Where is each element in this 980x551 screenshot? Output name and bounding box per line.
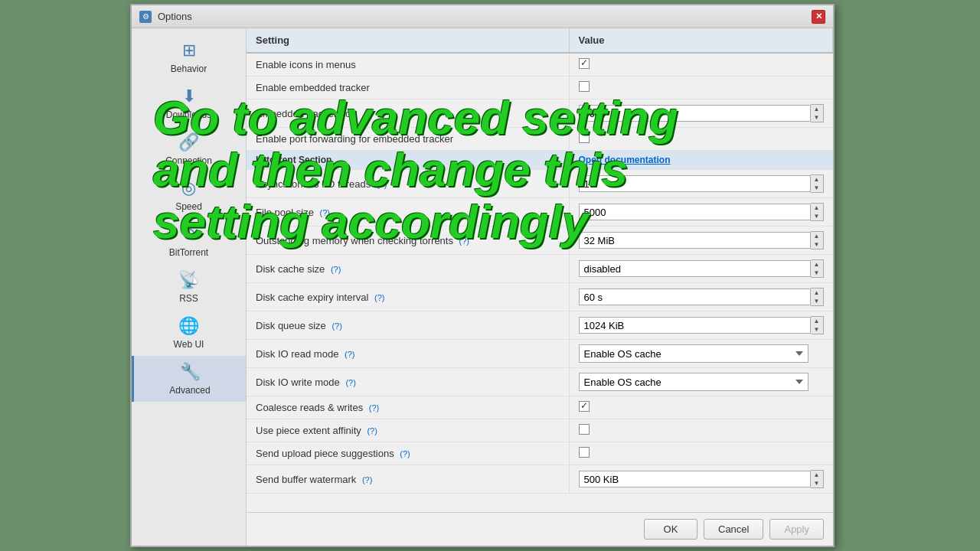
help-disk-cache-expiry[interactable]: (?) xyxy=(374,293,384,302)
help-disk-cache[interactable]: (?) xyxy=(331,265,341,274)
checkbox-upload-suggestions[interactable] xyxy=(579,447,590,458)
spinner-up-btn[interactable]: ▲ xyxy=(811,260,823,269)
sidebar-item-behavior[interactable]: ⊞ Behavior xyxy=(132,34,246,80)
spinner-down-btn[interactable]: ▼ xyxy=(811,325,823,334)
sidebar-item-connection[interactable]: 🔗 Connection xyxy=(132,126,246,172)
setting-value: ▲ ▼ xyxy=(569,311,832,340)
spinner-up-btn[interactable]: ▲ xyxy=(811,289,823,297)
sidebar-item-speed[interactable]: ◎ Speed xyxy=(132,172,246,218)
help-disk-io-write[interactable]: (?) xyxy=(345,378,355,387)
setting-value xyxy=(569,53,832,77)
spinner-up-btn[interactable]: ▲ xyxy=(811,175,823,184)
spinner-down-btn[interactable]: ▼ xyxy=(811,269,823,277)
setting-value: ▲ ▼ xyxy=(569,227,832,255)
spinner-async-io: ▲ ▼ xyxy=(579,174,824,193)
setting-label: Coalesce reads & writes (?) xyxy=(247,396,569,419)
spinner-down-btn[interactable]: ▼ xyxy=(811,297,823,305)
table-row: Disk IO write mode (?) Enable OS cache D… xyxy=(247,368,833,396)
setting-label: Disk cache expiry interval (?) xyxy=(247,283,569,311)
section-header-libtorrent: libtorrent Section Open documentation xyxy=(247,151,833,170)
close-button[interactable]: ✕ xyxy=(812,10,825,24)
sidebar-item-webui[interactable]: 🌐 Web UI xyxy=(132,310,246,356)
setting-value xyxy=(569,396,832,419)
main-content: Setting Value Enable icons in menus xyxy=(247,28,833,546)
spinner-up-btn[interactable]: ▲ xyxy=(811,232,823,240)
checkbox-coalesce[interactable] xyxy=(579,401,590,412)
table-row: Send buffer watermark (?) ▲ ▼ xyxy=(247,465,833,494)
setting-value: ▲ ▼ xyxy=(569,170,832,198)
speed-icon: ◎ xyxy=(181,178,196,198)
spinner-down-btn[interactable]: ▼ xyxy=(811,184,823,192)
setting-label: Send buffer watermark (?) xyxy=(247,465,569,494)
dialog-footer: OK Cancel Apply xyxy=(247,512,833,546)
spinner-down-btn[interactable]: ▼ xyxy=(811,113,823,122)
spinner-outstanding-mem-input[interactable] xyxy=(579,232,811,249)
spinner-buffer-watermark-input[interactable] xyxy=(579,471,811,487)
sidebar-item-bittorrent[interactable]: ⊕ BitTorrent xyxy=(132,218,246,264)
spinner-up-btn[interactable]: ▲ xyxy=(811,204,823,212)
spinner-down-btn[interactable]: ▼ xyxy=(811,479,823,487)
spinner-async-io-input[interactable] xyxy=(579,175,811,192)
advanced-icon: 🔧 xyxy=(180,362,201,382)
spinner-disk-cache-input[interactable] xyxy=(579,260,811,277)
spinner-up-btn[interactable]: ▲ xyxy=(811,105,823,113)
checkbox-icons-in-menus[interactable] xyxy=(579,58,590,69)
title-left: ⚙ Options xyxy=(139,11,192,23)
spinner-down-btn[interactable]: ▼ xyxy=(811,212,823,220)
bittorrent-icon: ⊕ xyxy=(182,224,196,244)
ok-button[interactable]: OK xyxy=(644,519,697,540)
spinner-up-btn[interactable]: ▲ xyxy=(811,317,823,325)
sidebar-item-rss[interactable]: 📡 RSS xyxy=(132,264,246,310)
col-setting-header: Setting xyxy=(247,28,569,53)
table-row: File pool size (?) ▲ ▼ xyxy=(247,198,833,227)
cancel-button[interactable]: Cancel xyxy=(704,519,763,540)
setting-label: Enable embedded tracker xyxy=(247,77,569,99)
checkbox-embedded-tracker[interactable] xyxy=(579,81,590,92)
spinner-file-pool-input[interactable] xyxy=(579,204,811,220)
sidebar-item-downloads[interactable]: ⬇ Downloads xyxy=(132,80,246,126)
disk-io-read-select[interactable]: Enable OS cache Disable OS cache xyxy=(579,344,808,363)
spinner-disk-cache-buttons: ▲ ▼ xyxy=(811,259,824,278)
disk-io-write-select[interactable]: Enable OS cache Disable OS cache xyxy=(579,373,808,391)
apply-button[interactable]: Apply xyxy=(769,519,824,540)
help-async-io[interactable]: (?) xyxy=(377,180,387,189)
section-doc-link: Open documentation xyxy=(569,151,832,170)
downloads-icon: ⬇ xyxy=(182,86,196,106)
dialog-title: Options xyxy=(158,11,192,22)
spinner-tracker-port-buttons: ▲ ▼ xyxy=(811,104,824,122)
table-row: Use piece extent affinity (?) xyxy=(247,419,833,442)
spinner-down-btn[interactable]: ▼ xyxy=(811,240,823,249)
setting-value xyxy=(569,442,832,465)
setting-label: Disk IO write mode (?) xyxy=(247,368,569,396)
spinner-file-pool: ▲ ▼ xyxy=(579,203,824,221)
help-disk-queue[interactable]: (?) xyxy=(332,321,341,331)
table-row: Enable embedded tracker xyxy=(247,77,833,99)
open-documentation-link[interactable]: Open documentation xyxy=(579,155,671,165)
help-outstanding-mem[interactable]: (?) xyxy=(459,236,469,246)
settings-table-wrapper[interactable]: Setting Value Enable icons in menus xyxy=(247,28,833,512)
help-piece-extent[interactable]: (?) xyxy=(367,426,377,435)
setting-value: ▲ ▼ xyxy=(569,283,832,311)
setting-value xyxy=(569,128,832,151)
checkbox-port-forwarding[interactable] xyxy=(579,132,590,143)
help-file-pool[interactable]: (?) xyxy=(319,208,329,217)
setting-label: Outstanding memory when checking torrent… xyxy=(247,227,569,255)
setting-label: Send upload piece suggestions (?) xyxy=(247,442,569,465)
table-row: Enable icons in menus xyxy=(247,53,833,77)
setting-label: Disk cache size (?) xyxy=(247,255,569,283)
connection-icon: 🔗 xyxy=(178,132,199,152)
setting-value: ▲ ▼ xyxy=(569,198,832,227)
help-upload-suggestions[interactable]: (?) xyxy=(400,449,410,458)
help-buffer-watermark[interactable]: (?) xyxy=(362,475,372,484)
dialog-titlebar: ⚙ Options ✕ xyxy=(132,5,833,28)
spinner-tracker-port-input[interactable] xyxy=(579,105,811,122)
spinner-disk-expiry-input[interactable] xyxy=(579,289,811,305)
spinner-up-btn[interactable]: ▲ xyxy=(811,471,823,479)
spinner-disk-queue-input[interactable] xyxy=(579,317,811,334)
help-coalesce[interactable]: (?) xyxy=(369,403,379,412)
checkbox-piece-extent[interactable] xyxy=(579,424,590,435)
spinner-file-pool-buttons: ▲ ▼ xyxy=(811,203,824,221)
sidebar-item-advanced[interactable]: 🔧 Advanced xyxy=(132,356,246,402)
setting-label: Disk queue size (?) xyxy=(247,311,569,340)
help-disk-io-read[interactable]: (?) xyxy=(345,350,354,359)
